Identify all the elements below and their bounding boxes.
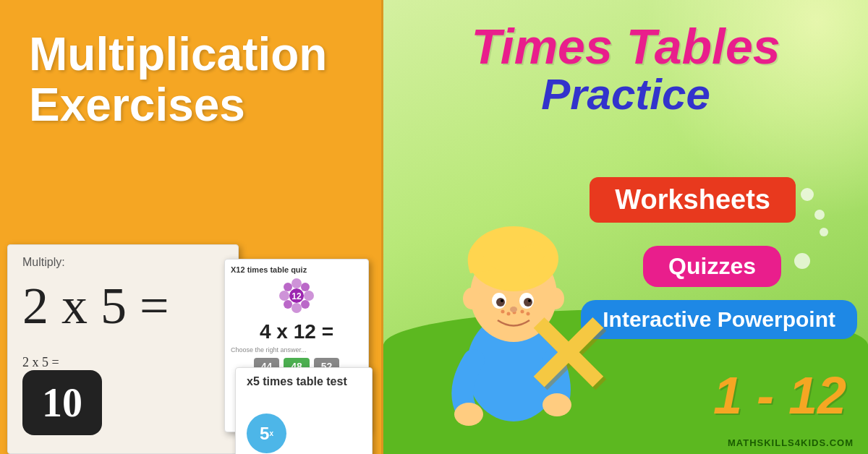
svg-point-7 [284, 300, 292, 309]
svg-point-14 [463, 288, 480, 309]
quiz-title: X12 times table quiz [231, 265, 362, 274]
svg-point-5 [284, 283, 292, 291]
card-label: Multiply: [22, 256, 224, 269]
svg-point-23 [507, 312, 511, 316]
quizzes-button[interactable]: Quizzes [643, 246, 781, 287]
quiz-choose-text: Choose the right answer... [231, 346, 362, 354]
svg-point-3 [279, 291, 289, 301]
svg-point-6 [301, 283, 310, 291]
decorative-dot-1 [801, 188, 814, 201]
card-answer: 10 [42, 380, 82, 426]
right-title-line2: Practice [383, 71, 868, 119]
right-title-line1: Times Tables [383, 22, 868, 71]
svg-point-18 [496, 298, 505, 307]
svg-point-4 [304, 291, 314, 301]
svg-point-28 [454, 403, 483, 426]
card-problem: 2 x 5 = [22, 276, 224, 336]
main-container: Multiplication Exercises Multiply: 2 x 5… [0, 0, 868, 454]
worksheets-button[interactable]: Worksheets [590, 177, 796, 223]
powerpoint-button[interactable]: Interactive Powerpoint [581, 300, 857, 339]
svg-point-1 [292, 278, 302, 288]
x-multiplication-symbol: ✕ [521, 302, 612, 411]
svg-point-27 [510, 307, 517, 312]
test-card: x5 times table test 5 x [235, 367, 373, 454]
quiz-flower-icon: 12 [278, 278, 315, 314]
right-panel: Times Tables Practice Worksheets Quizzes… [383, 0, 868, 454]
range-numbers: 1 - 12 [713, 366, 846, 425]
quiz-problem: 4 x 12 = [231, 320, 362, 343]
svg-point-8 [301, 300, 310, 309]
test-title: x5 times table test [247, 375, 361, 388]
card-sub-label: 2 x 5 = [22, 355, 224, 370]
right-title: Times Tables Practice [383, 22, 868, 119]
svg-point-20 [501, 299, 503, 302]
svg-point-2 [292, 303, 302, 313]
left-title: Multiplication Exercises [0, 0, 383, 153]
svg-text:12: 12 [292, 291, 302, 301]
decorative-dot-4 [820, 228, 828, 236]
card-answer-box: 10 [22, 370, 102, 435]
decorative-dot-2 [814, 210, 825, 220]
cards-area: Multiply: 2 x 5 = 2 x 5 = 10 X12 times t… [0, 215, 383, 454]
paw-circle: 5 x [247, 414, 286, 453]
left-panel: Multiplication Exercises Multiply: 2 x 5… [0, 0, 383, 454]
decorative-dot-3 [794, 253, 810, 269]
main-worksheet-card: Multiply: 2 x 5 = 2 x 5 = 10 [7, 244, 239, 454]
svg-point-22 [501, 310, 505, 314]
website-url: MATHSKILLS4KIDS.COM [728, 437, 854, 448]
